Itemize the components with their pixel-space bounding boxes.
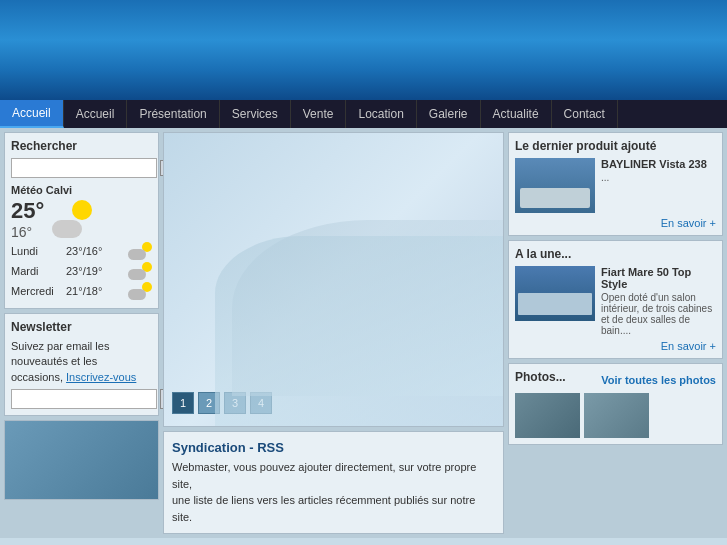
boat-shape-2 bbox=[518, 293, 592, 315]
syndication-box: Syndication - RSS Webmaster, vous pouvez… bbox=[163, 431, 504, 534]
search-label: Rechercher bbox=[11, 139, 152, 153]
main-layout: Rechercher OK Météo Calvi 25° 16° bbox=[0, 128, 727, 538]
day-1-temps: 23°/16° bbox=[66, 245, 128, 257]
last-product-name: BAYLINER Vista 238 bbox=[601, 158, 716, 170]
a-la-une-item: Fiart Mare 50 Top Style Open doté d'un s… bbox=[515, 266, 716, 336]
photos-header-row: Photos... Voir toutes les photos bbox=[515, 370, 716, 389]
weather-day-2: Mardi 23°/19° bbox=[11, 262, 152, 280]
photo-thumb-1[interactable] bbox=[515, 393, 580, 438]
boat-shape bbox=[520, 188, 590, 208]
photo-thumb-2[interactable] bbox=[584, 393, 649, 438]
center-content: 1 2 3 4 Syndication - RSS Webmaster, vou… bbox=[163, 132, 504, 534]
right-sidebar: Le dernier produit ajouté BAYLINER Vista… bbox=[508, 132, 723, 534]
nav-item-location[interactable]: Location bbox=[346, 100, 416, 128]
weather-section: Météo Calvi 25° 16° Lundi 23°/16° bbox=[11, 184, 152, 300]
sun-icon bbox=[72, 200, 92, 220]
a-la-une-name: Fiart Mare 50 Top Style bbox=[601, 266, 716, 290]
a-la-une-info: Fiart Mare 50 Top Style Open doté d'un s… bbox=[601, 266, 716, 336]
newsletter-box: Newsletter Suivez par email les nouveaut… bbox=[4, 313, 159, 416]
slideshow-box: 1 2 3 4 bbox=[163, 132, 504, 427]
newsletter-link[interactable]: Inscrivez-vous bbox=[66, 371, 136, 383]
nav-item-services[interactable]: Services bbox=[220, 100, 291, 128]
newsletter-email-input[interactable] bbox=[11, 389, 157, 409]
last-product-desc: ... bbox=[601, 172, 716, 183]
last-product-title: Le dernier produit ajouté bbox=[515, 139, 716, 153]
main-nav: Accueil Accueil Présentation Services Ve… bbox=[0, 100, 727, 128]
day-2-label: Mardi bbox=[11, 265, 66, 277]
last-product-en-savoir-link[interactable]: En savoir + bbox=[515, 217, 716, 229]
nav-item-vente[interactable]: Vente bbox=[291, 100, 347, 128]
weather-temp-low: 16° bbox=[11, 224, 44, 240]
nav-item-galerie[interactable]: Galerie bbox=[417, 100, 481, 128]
day-3-temps: 21°/18° bbox=[66, 285, 128, 297]
search-input[interactable] bbox=[11, 158, 157, 178]
slide-dot-1[interactable]: 1 bbox=[172, 392, 194, 414]
see-all-photos-link[interactable]: Voir toutes les photos bbox=[601, 374, 716, 386]
left-sidebar: Rechercher OK Météo Calvi 25° 16° bbox=[4, 132, 159, 534]
syndication-text-2: une liste de liens vers les articles réc… bbox=[172, 492, 495, 525]
a-la-une-box: A la une... Fiart Mare 50 Top Style Open… bbox=[508, 240, 723, 359]
syndication-text-1: Webmaster, vous pouvez ajouter directeme… bbox=[172, 459, 495, 492]
last-product-image bbox=[515, 158, 595, 213]
sidebar-bottom-placeholder bbox=[4, 420, 159, 500]
weather-day-1: Lundi 23°/16° bbox=[11, 242, 152, 260]
weather-icon-2 bbox=[128, 262, 152, 280]
cloud-icon bbox=[52, 220, 82, 238]
a-la-une-title: A la une... bbox=[515, 247, 716, 261]
last-product-item: BAYLINER Vista 238 ... bbox=[515, 158, 716, 213]
day-2-temps: 23°/19° bbox=[66, 265, 128, 277]
a-la-une-image bbox=[515, 266, 595, 321]
a-la-une-desc: Open doté d'un salon intérieur, de trois… bbox=[601, 292, 716, 336]
a-la-une-en-savoir-link[interactable]: En savoir + bbox=[515, 340, 716, 352]
weather-day-3: Mercredi 21°/18° bbox=[11, 282, 152, 300]
nav-item-accueil-active[interactable]: Accueil bbox=[0, 100, 64, 128]
last-product-info: BAYLINER Vista 238 ... bbox=[601, 158, 716, 183]
header bbox=[0, 0, 727, 100]
nav-item-accueil[interactable]: Accueil bbox=[64, 100, 128, 128]
syndication-title: Syndication - RSS bbox=[172, 440, 495, 455]
nav-item-actualite[interactable]: Actualité bbox=[481, 100, 552, 128]
weather-icon-3 bbox=[128, 282, 152, 300]
search-box: Rechercher OK Météo Calvi 25° 16° bbox=[4, 132, 159, 309]
last-product-box: Le dernier produit ajouté BAYLINER Vista… bbox=[508, 132, 723, 236]
weather-temp-high: 25° bbox=[11, 198, 44, 224]
weather-title: Météo Calvi bbox=[11, 184, 152, 196]
day-1-label: Lundi bbox=[11, 245, 66, 257]
slideshow-wave bbox=[215, 236, 503, 426]
photos-title: Photos... bbox=[515, 370, 566, 384]
newsletter-text: Suivez par email les nouveautés et les o… bbox=[11, 339, 152, 385]
weather-icon-1 bbox=[128, 242, 152, 260]
photos-box: Photos... Voir toutes les photos bbox=[508, 363, 723, 445]
nav-item-contact[interactable]: Contact bbox=[552, 100, 618, 128]
nav-item-presentation[interactable]: Présentation bbox=[127, 100, 219, 128]
day-3-label: Mercredi bbox=[11, 285, 66, 297]
newsletter-title: Newsletter bbox=[11, 320, 152, 334]
